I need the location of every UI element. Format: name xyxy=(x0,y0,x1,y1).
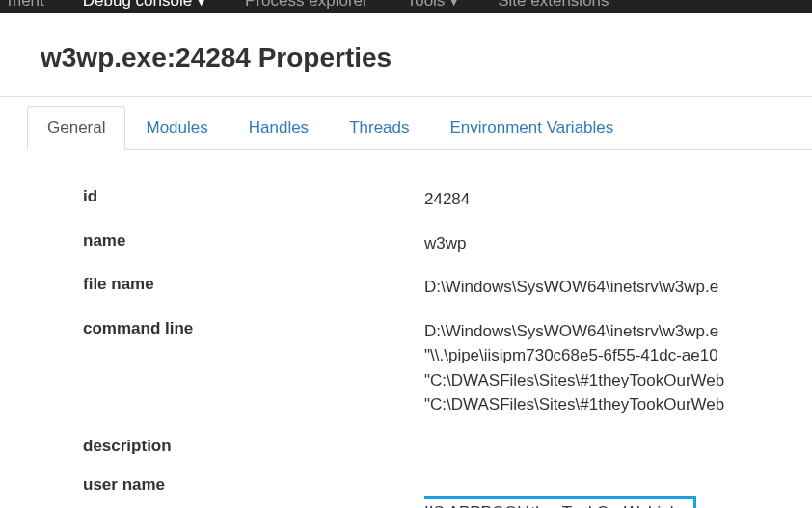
property-value: D:\Windows\SysWOW64\inetsrv\w3wp.e xyxy=(424,275,812,300)
property-value: 24284 xyxy=(424,187,812,212)
menu-label: Tools xyxy=(407,0,446,10)
tab-environment-variables[interactable]: Environment Variables xyxy=(430,106,635,150)
property-row-command-line: command line D:\Windows\SysWOW64\inetsrv… xyxy=(39,309,812,427)
property-row-file-name: file name D:\Windows\SysWOW64\inetsrv\w3… xyxy=(39,265,812,309)
highlight-box: IIS APPPOOL\theyTookOurWebjobs xyxy=(424,496,696,508)
property-row-name: name w3wp xyxy=(39,222,812,266)
property-row-id: id 24284 xyxy=(39,177,812,222)
top-menu-bar: ment Debug console▼ Process explorer Too… xyxy=(0,0,812,13)
tab-general[interactable]: General xyxy=(27,106,125,150)
menu-item-process-explorer[interactable]: Process explorer xyxy=(245,0,368,11)
property-row-user-name: user name IIS APPPOOL\theyTookOurWebjobs xyxy=(39,466,812,509)
menu-label: Debug console xyxy=(83,0,192,10)
menu-item-tools[interactable]: Tools▼ xyxy=(407,0,460,11)
property-value: D:\Windows\SysWOW64\inetsrv\w3wp.e "\\.\… xyxy=(424,319,812,417)
tab-list: General Modules Handles Threads Environm… xyxy=(27,105,812,150)
menu-item-site-extensions[interactable]: Site extensions xyxy=(498,0,609,11)
tab-handles[interactable]: Handles xyxy=(229,106,329,150)
property-value: w3wp xyxy=(424,231,812,256)
property-label: id xyxy=(39,187,424,212)
menu-item-debug-console[interactable]: Debug console▼ xyxy=(83,0,206,11)
property-label: description xyxy=(39,437,424,456)
property-label: command line xyxy=(39,319,424,417)
properties-panel: id 24284 name w3wp file name D:\Windows\… xyxy=(0,150,812,508)
chevron-down-icon: ▼ xyxy=(196,0,206,8)
property-value: IIS APPPOOL\theyTookOurWebjobs xyxy=(424,475,812,509)
tab-threads[interactable]: Threads xyxy=(329,106,429,150)
page-title: w3wp.exe:24284 Properties xyxy=(0,13,812,96)
chevron-down-icon: ▼ xyxy=(448,0,459,8)
property-row-description: description xyxy=(39,427,812,466)
divider xyxy=(0,96,812,97)
tab-modules[interactable]: Modules xyxy=(125,106,228,150)
property-value xyxy=(424,437,812,456)
property-label: file name xyxy=(39,275,424,300)
menu-item-fragment[interactable]: ment xyxy=(8,0,44,11)
property-label: user name xyxy=(39,475,424,509)
property-label: name xyxy=(39,231,424,256)
